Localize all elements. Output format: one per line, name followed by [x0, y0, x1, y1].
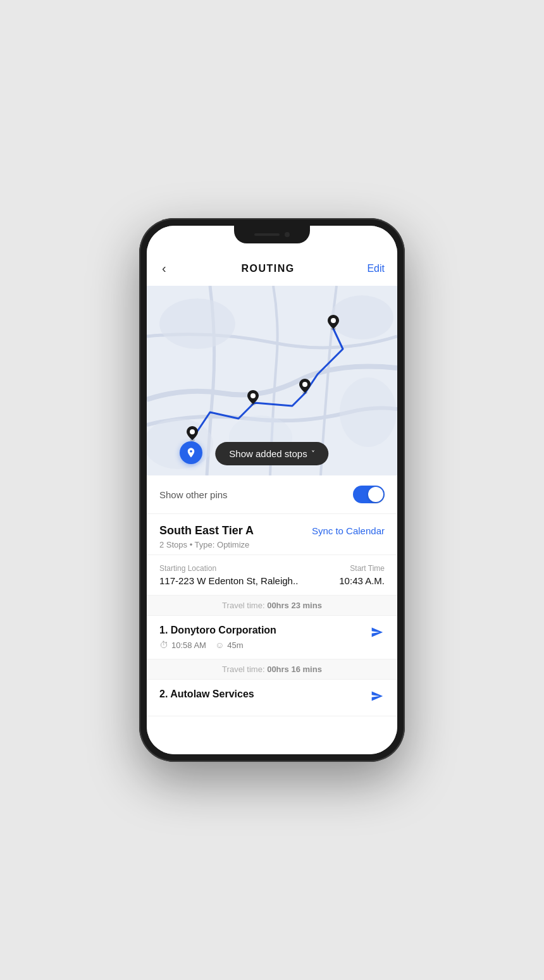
phone-frame: ‹ ROUTING Edit — [139, 218, 405, 762]
stop-item-1: 1. Donytoro Corporation ⏱ 10:58 AM ☺ 45m — [147, 616, 397, 659]
location-pin-circle — [180, 441, 202, 464]
stop-1-name: 1. Donytoro Corporation — [159, 625, 369, 636]
route-info: South East Tier A 2 Stops • Type: Optimi… — [159, 524, 254, 549]
location-label: Starting Location — [159, 564, 339, 573]
route-name: South East Tier A — [159, 524, 254, 537]
stop-1-time-value: 10:58 AM — [171, 640, 206, 650]
svg-point-13 — [331, 318, 336, 323]
stop-2-name: 2. Autolaw Services — [159, 689, 369, 700]
toggle-label: Show other pins — [159, 489, 228, 500]
svg-point-11 — [302, 382, 307, 387]
edit-button[interactable]: Edit — [367, 263, 385, 274]
stop-item-2: 2. Autolaw Services — [147, 680, 397, 716]
stop-1-content: 1. Donytoro Corporation ⏱ 10:58 AM ☺ 45m — [159, 625, 369, 650]
start-time-value: 10:43 A.M. — [339, 575, 385, 586]
stop-1-navigate-button[interactable] — [369, 625, 385, 643]
svg-point-9 — [250, 393, 256, 398]
clock-icon: ⏱ — [159, 640, 168, 650]
toggle-row: Show other pins — [147, 475, 397, 514]
notch-line — [254, 233, 280, 236]
chevron-down-icon: ˅ — [311, 450, 315, 458]
nav-bar: ‹ ROUTING Edit — [147, 254, 397, 286]
stop-2-navigate-button[interactable] — [369, 689, 385, 707]
starting-location-row: Starting Location 117-223 W Edenton St, … — [147, 555, 397, 596]
notch-camera — [285, 232, 290, 237]
phone-screen: ‹ ROUTING Edit — [147, 226, 397, 754]
show-stops-label: Show added stops — [229, 448, 307, 459]
time-col: Start Time 10:43 A.M. — [339, 564, 385, 586]
page-title: ROUTING — [241, 263, 294, 274]
stop-1-duration: ☺ 45m — [215, 640, 244, 650]
svg-point-7 — [190, 429, 195, 434]
content-area: Show other pins South East Tier A 2 Stop… — [147, 475, 397, 754]
show-pins-toggle[interactable] — [353, 486, 385, 503]
travel-time-1-label: Travel time: — [222, 601, 264, 610]
travel-time-2-label: Travel time: — [222, 665, 264, 674]
travel-time-2: Travel time: 00hrs 16 mins — [147, 659, 397, 680]
route-subtitle: 2 Stops • Type: Optimize — [159, 540, 254, 549]
phone-notch — [234, 226, 310, 243]
svg-point-1 — [159, 298, 235, 349]
start-time-label: Start Time — [339, 564, 385, 573]
location-col: Starting Location 117-223 W Edenton St, … — [159, 564, 339, 586]
route-header: South East Tier A 2 Stops • Type: Optimi… — [147, 514, 397, 555]
svg-point-4 — [147, 419, 213, 469]
back-button[interactable]: ‹ — [159, 259, 169, 278]
sync-to-calendar-button[interactable]: Sync to Calendar — [312, 524, 385, 536]
travel-time-1-value: 00hrs 23 mins — [267, 601, 322, 610]
toggle-knob — [368, 487, 383, 502]
stop-1-duration-value: 45m — [227, 640, 243, 650]
location-value: 117-223 W Edenton St, Raleigh.. — [159, 575, 339, 586]
svg-point-3 — [340, 377, 397, 447]
stop-1-meta: ⏱ 10:58 AM ☺ 45m — [159, 640, 369, 650]
svg-point-2 — [330, 295, 393, 340]
travel-time-2-value: 00hrs 16 mins — [267, 665, 322, 674]
travel-time-1: Travel time: 00hrs 23 mins — [147, 596, 397, 616]
show-added-stops-button[interactable]: Show added stops ˅ — [215, 442, 328, 465]
stop-1-time: ⏱ 10:58 AM — [159, 640, 206, 650]
stop-2-content: 2. Autolaw Services — [159, 689, 369, 704]
smiley-icon: ☺ — [215, 640, 224, 650]
map-container[interactable]: Show added stops ˅ — [147, 286, 397, 475]
